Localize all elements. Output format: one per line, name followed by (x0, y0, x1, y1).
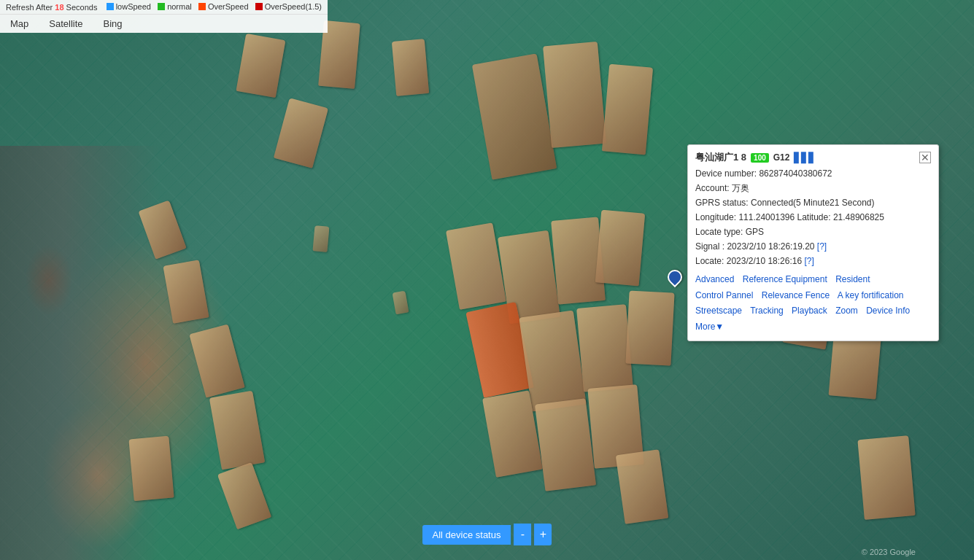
refresh-unit: Seconds (66, 3, 98, 12)
gprs-label: GPRS status: (695, 198, 749, 208)
device-plus-button[interactable]: + (534, 524, 552, 545)
latitude-value: 21.48906825 (833, 212, 884, 222)
refresh-number: 18 (55, 3, 63, 12)
signal-suffix: [?] (817, 241, 827, 252)
device-number-row: Device number: 862874040380672 (695, 167, 931, 180)
vessel-12 (128, 436, 174, 501)
vessel-27 (857, 435, 915, 520)
latitude-label: Latitude: (797, 212, 831, 222)
overspeed-label: OverSpeed (208, 2, 249, 11)
device-title: 粤汕湖广1 8 (695, 151, 746, 164)
account-value: 万奥 (732, 183, 749, 193)
gprs-row: GPRS status: Connected(5 Minute21 Second… (695, 196, 931, 209)
battery-badge: 100 (751, 153, 769, 163)
lowspeed-color-dot (107, 3, 114, 10)
location-row: Longitude: 111.24001396 Latitude: 21.489… (695, 211, 931, 224)
all-device-button[interactable]: All device status (422, 525, 511, 545)
signal-icon: ▋▋▋ (794, 152, 816, 163)
account-label: Account: (695, 183, 730, 193)
locate-type-label: Locate type: (695, 227, 743, 237)
overspeed15-color-dot (255, 3, 263, 10)
vessel-23 (535, 398, 596, 491)
popup-title: 粤汕湖广1 8 100 G12 ▋▋▋ (695, 151, 816, 164)
action-links: Advanced Reference Equipment Resident Co… (695, 272, 931, 335)
gprs-value: Connected(5 Minute21 Second) (751, 198, 874, 208)
vessel-20 (576, 304, 633, 392)
link-key-fortification[interactable]: A key fortification (838, 290, 904, 300)
top-bar-area: Refresh After 18 Seconds lowSpeed normal… (0, 0, 328, 33)
link-streetscape[interactable]: Streetscape (695, 306, 742, 316)
locate-label: Locate: (695, 256, 724, 266)
link-control-panel[interactable]: Control Pannel (695, 290, 753, 300)
longitude-label: Longitude: (695, 212, 736, 222)
map-type-row: Map Satellite Bing (0, 14, 328, 33)
vessel-21 (625, 290, 674, 365)
signal-row: Signal : 2023/2/10 18:26:19.20 [?] (695, 240, 931, 253)
link-zoom[interactable]: Zoom (835, 306, 858, 316)
vessel-3 (392, 39, 429, 96)
link-device-info[interactable]: Device Info (866, 306, 910, 316)
map-type-map[interactable]: Map (0, 15, 39, 33)
link-more[interactable]: More▼ (695, 322, 724, 332)
popup-header: 粤汕湖广1 8 100 G12 ▋▋▋ ✕ (695, 151, 931, 164)
refresh-info: Refresh After 18 Seconds lowSpeed normal… (0, 0, 328, 14)
link-advanced[interactable]: Advanced (695, 274, 734, 284)
signal-label: Signal : (695, 241, 724, 252)
device-number-value: 862874040380672 (759, 168, 832, 179)
device-marker[interactable] (668, 270, 682, 284)
network-type: G12 (773, 152, 790, 163)
vessel-6 (543, 42, 606, 148)
close-button[interactable]: ✕ (919, 152, 931, 163)
device-number-label: Device number: (695, 168, 757, 179)
refresh-label: Refresh After (6, 3, 53, 12)
map-container: Refresh After 18 Seconds lowSpeed normal… (0, 0, 974, 560)
locate-type-value: GPS (746, 227, 764, 237)
signal-value: 2023/2/10 18:26:19.20 (727, 241, 814, 252)
link-relevance-fence[interactable]: Relevance Fence (762, 290, 830, 300)
vessel-29 (313, 225, 330, 252)
vessel-17 (595, 210, 645, 287)
info-popup: 粤汕湖广1 8 100 G12 ▋▋▋ ✕ Device number: 862… (687, 144, 939, 341)
locate-type-row: Locate type: GPS (695, 225, 931, 238)
marker-icon (665, 267, 685, 287)
overspeed-color-dot (198, 3, 206, 10)
google-watermark: © 2023 Google (862, 548, 916, 556)
map-type-bing[interactable]: Bing (93, 15, 133, 33)
link-tracking[interactable]: Tracking (750, 306, 784, 316)
link-resident[interactable]: Resident (835, 274, 870, 284)
map-type-satellite[interactable]: Satellite (39, 15, 93, 33)
longitude-value: 111.24001396 (738, 212, 795, 222)
locate-value: 2023/2/10 18:26:16 (727, 256, 802, 266)
vessel-7 (602, 64, 653, 155)
locate-suffix: [?] (805, 256, 814, 266)
locate-row: Locate: 2023/2/10 18:26:16 [?] (695, 254, 931, 268)
device-minus-button[interactable]: - (514, 524, 531, 545)
link-reference-equipment[interactable]: Reference Equipment (743, 274, 827, 284)
overspeed15-label: OverSpeed(1.5) (265, 2, 322, 11)
lowspeed-label: lowSpeed (116, 2, 151, 11)
link-playback[interactable]: Playback (792, 306, 827, 316)
normal-color-dot (158, 3, 165, 10)
normal-label: normal (167, 2, 192, 11)
account-row: Account: 万奥 (695, 182, 931, 195)
bottom-bar: All device status - + (422, 524, 552, 545)
